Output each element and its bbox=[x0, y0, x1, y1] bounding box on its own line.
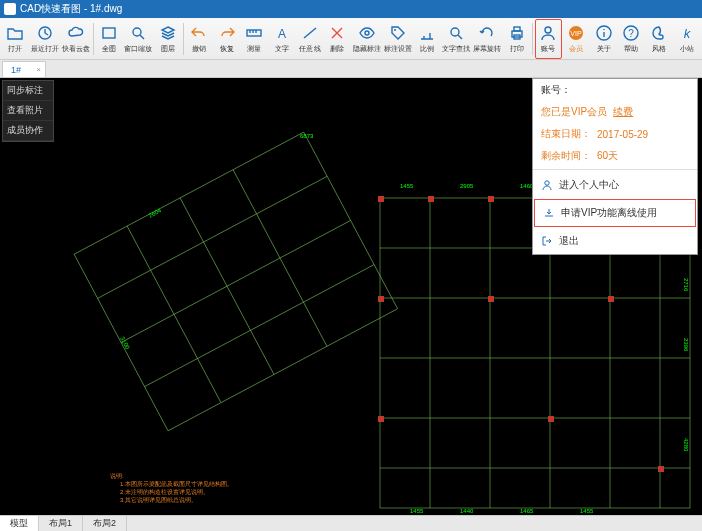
tool-delete[interactable]: 删除 bbox=[324, 19, 351, 59]
svg-text:1.本图所示梁配筋及截面尺寸详见结构图。: 1.本图所示梁配筋及截面尺寸详见结构图。 bbox=[120, 480, 233, 487]
tool-window[interactable]: 窗口缩放 bbox=[123, 19, 153, 59]
rect-icon bbox=[100, 24, 118, 42]
tool-anno[interactable]: 标注设置 bbox=[383, 19, 413, 59]
download-icon bbox=[543, 207, 555, 219]
svg-text:A: A bbox=[278, 27, 286, 41]
account-dropdown: 账号： 您已是VIP会员 续费 结束日期： 2017-05-29 剩余时间： 6… bbox=[532, 78, 698, 255]
dd-profile[interactable]: 进入个人中心 bbox=[533, 172, 697, 198]
dd-account: 账号： bbox=[533, 79, 697, 101]
layers-icon bbox=[159, 24, 177, 42]
tool-line[interactable]: 任意线 bbox=[296, 19, 323, 59]
tool-skin[interactable]: 风格 bbox=[646, 19, 673, 59]
svg-point-7 bbox=[451, 28, 459, 36]
tool-open[interactable]: 打开 bbox=[2, 19, 29, 59]
tool-label: 标注设置 bbox=[383, 43, 412, 53]
title-bar: CAD快速看图 - 1#.dwg bbox=[0, 0, 702, 18]
undo-icon bbox=[190, 24, 208, 42]
svg-point-67 bbox=[545, 181, 549, 185]
svg-rect-9 bbox=[514, 27, 520, 31]
tool-label: 账号 bbox=[541, 43, 555, 53]
renew-link[interactable]: 续费 bbox=[613, 105, 633, 119]
close-icon[interactable]: × bbox=[36, 65, 41, 74]
line-icon bbox=[301, 24, 319, 42]
palette-icon bbox=[650, 24, 668, 42]
svg-rect-36 bbox=[378, 196, 384, 202]
svg-rect-37 bbox=[428, 196, 434, 202]
svg-text:2716: 2716 bbox=[683, 278, 689, 292]
info-icon bbox=[595, 24, 613, 42]
svg-rect-46 bbox=[548, 416, 554, 422]
layout-tab[interactable]: 布局1 bbox=[39, 516, 83, 531]
user-icon bbox=[539, 24, 557, 42]
clock-icon bbox=[36, 24, 54, 42]
tool-undo[interactable]: 撤销 bbox=[186, 19, 213, 59]
file-tab[interactable]: 1# × bbox=[2, 61, 46, 77]
logout-icon bbox=[541, 235, 553, 247]
tool-label: 全图 bbox=[102, 43, 116, 53]
tool-help[interactable]: ?帮助 bbox=[618, 19, 645, 59]
tool-label: 恢复 bbox=[220, 43, 234, 53]
tool-measure[interactable]: 测量 bbox=[241, 19, 268, 59]
svg-point-11 bbox=[545, 27, 551, 33]
svg-rect-42 bbox=[378, 296, 384, 302]
eye-icon bbox=[358, 24, 376, 42]
tool-redo[interactable]: 恢复 bbox=[213, 19, 240, 59]
tool-cloud[interactable]: 快看云盘 bbox=[61, 19, 91, 59]
toolbar-separator bbox=[183, 23, 184, 55]
svg-line-24 bbox=[233, 170, 327, 347]
svg-text:1455: 1455 bbox=[400, 183, 414, 189]
tool-text[interactable]: A文字 bbox=[269, 19, 296, 59]
tool-site[interactable]: k小站 bbox=[673, 19, 700, 59]
svg-text:4280: 4280 bbox=[683, 438, 689, 452]
workspace[interactable]: 6873 2604 3100 14552905 14601440 1465 27… bbox=[0, 78, 702, 515]
dd-remaining: 剩余时间： 60天 bbox=[533, 145, 697, 167]
tool-account[interactable]: 账号 bbox=[535, 19, 562, 59]
toolbar-separator bbox=[532, 23, 533, 55]
dd-apply-offline[interactable]: 申请VIP功能离线使用 bbox=[534, 199, 696, 227]
file-tabs: 1# × bbox=[0, 60, 702, 78]
tool-label: 打印 bbox=[509, 43, 523, 53]
svg-rect-45 bbox=[378, 416, 384, 422]
svg-rect-44 bbox=[608, 296, 614, 302]
svg-point-2 bbox=[133, 28, 141, 36]
tool-label: 关于 bbox=[597, 43, 611, 53]
tool-recent[interactable]: 最近打开 bbox=[30, 19, 60, 59]
svg-text:2.未注明的构造柱设置详见说明。: 2.未注明的构造柱设置详见说明。 bbox=[120, 488, 209, 495]
svg-line-23 bbox=[180, 198, 274, 375]
side-item[interactable]: 同步标注 bbox=[3, 81, 53, 101]
tool-print[interactable]: 打印 bbox=[503, 19, 530, 59]
vip-icon: VIP bbox=[567, 24, 585, 42]
tool-vip[interactable]: VIP会员 bbox=[563, 19, 590, 59]
layout-tab[interactable]: 模型 bbox=[0, 516, 39, 531]
tool-find[interactable]: 文字查找 bbox=[441, 19, 471, 59]
layout-tab[interactable]: 布局2 bbox=[83, 516, 127, 531]
divider bbox=[533, 169, 697, 170]
svg-text:说明:: 说明: bbox=[110, 473, 124, 479]
svg-point-5 bbox=[365, 31, 369, 35]
dd-logout[interactable]: 退出 bbox=[533, 228, 697, 254]
tool-label: 风格 bbox=[652, 43, 666, 53]
folder-icon bbox=[6, 24, 24, 42]
tool-label: 测量 bbox=[247, 43, 261, 53]
tool-rotate[interactable]: 屏幕旋转 bbox=[472, 19, 502, 59]
tool-label: 撤销 bbox=[192, 43, 206, 53]
tool-layer[interactable]: 图层 bbox=[154, 19, 181, 59]
tool-label: 删除 bbox=[330, 43, 344, 53]
tool-hide[interactable]: 隐藏标注 bbox=[352, 19, 382, 59]
rotate-icon bbox=[478, 24, 496, 42]
svg-text:6873: 6873 bbox=[300, 133, 314, 139]
side-item[interactable]: 成员协作 bbox=[3, 121, 53, 141]
ruler-icon bbox=[245, 24, 263, 42]
tag-icon bbox=[389, 24, 407, 42]
svg-text:2396: 2396 bbox=[683, 338, 689, 352]
side-item[interactable]: 查看照片 bbox=[3, 101, 53, 121]
tool-label: 比例 bbox=[420, 43, 434, 53]
window-title: CAD快速看图 - 1#.dwg bbox=[20, 2, 122, 16]
tool-scale[interactable]: 比例 bbox=[414, 19, 441, 59]
zoom-icon bbox=[129, 24, 147, 42]
svg-text:2604: 2604 bbox=[148, 207, 163, 219]
tool-full[interactable]: 全图 bbox=[96, 19, 123, 59]
tool-about[interactable]: 关于 bbox=[590, 19, 617, 59]
tool-label: 文字查找 bbox=[442, 43, 471, 53]
tool-label: 打开 bbox=[8, 43, 22, 53]
